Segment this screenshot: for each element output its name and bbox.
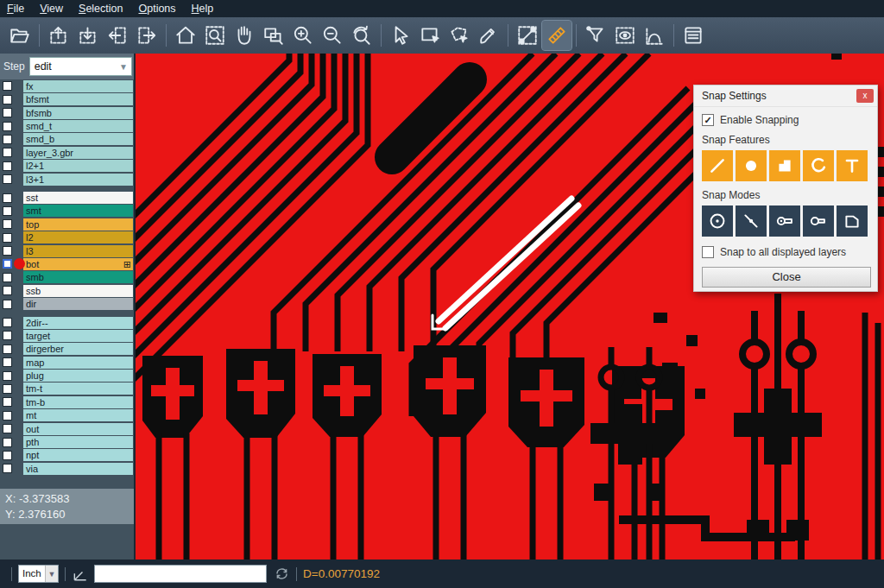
layer-visibility-checkbox[interactable] — [3, 122, 12, 131]
layer-visibility-checkbox[interactable] — [3, 246, 12, 256]
snap-midpoint-icon[interactable] — [736, 205, 767, 237]
layer-name[interactable]: npt — [23, 449, 133, 461]
menu-view[interactable]: View — [40, 3, 63, 15]
zoom-window-icon[interactable] — [200, 21, 230, 50]
layer-visibility-checkbox-selected[interactable] — [3, 259, 12, 269]
snap-surface-icon[interactable] — [769, 150, 800, 181]
layer-row[interactable]: map — [0, 356, 134, 369]
layer-name[interactable]: bot⊞ — [23, 258, 133, 270]
layer-row[interactable]: smb — [0, 271, 134, 284]
layer-visibility-checkbox[interactable] — [3, 206, 12, 216]
layer-visibility-checkbox[interactable] — [3, 438, 12, 447]
layer-visibility-checkbox[interactable] — [3, 411, 12, 420]
layer-name[interactable]: l3+1 — [23, 174, 133, 186]
close-icon[interactable]: x — [856, 89, 874, 103]
layer-name[interactable]: via — [23, 463, 133, 475]
layer-name[interactable]: 2dir-- — [23, 317, 133, 329]
layer-row[interactable]: via — [0, 462, 134, 475]
layer-visibility-checkbox[interactable] — [3, 148, 12, 157]
zoom-in-icon[interactable] — [288, 21, 318, 50]
layer-row[interactable]: fx — [0, 79, 134, 92]
layer-visibility-checkbox[interactable] — [3, 331, 12, 340]
layer-name[interactable]: smt — [23, 205, 133, 217]
layer-name[interactable]: smd_t — [23, 120, 133, 132]
view-region-icon[interactable] — [610, 21, 640, 50]
pan-hand-icon[interactable] — [230, 21, 259, 50]
measure-input[interactable] — [94, 565, 267, 583]
layer-row[interactable]: sst — [0, 192, 134, 205]
grid-icon[interactable]: ⊞ — [123, 258, 131, 270]
layer-row[interactable]: pth — [0, 436, 134, 449]
menu-options[interactable]: Options — [138, 3, 175, 15]
measure-arc-icon[interactable] — [640, 21, 669, 50]
layer-name[interactable]: ssb — [23, 285, 133, 297]
dialog-titlebar[interactable]: Snap Settings x — [694, 85, 877, 107]
ruler-icon[interactable] — [542, 21, 571, 50]
layer-visibility-checkbox[interactable] — [3, 108, 12, 117]
step-select[interactable]: edit ▼ — [29, 57, 132, 76]
layer-name[interactable]: l3 — [23, 245, 133, 257]
layer-name[interactable]: out — [23, 423, 133, 435]
enable-snapping-checkbox[interactable]: ✓ — [702, 114, 714, 126]
snap-text-icon[interactable] — [837, 150, 868, 181]
layer-row[interactable]: ssb — [0, 284, 134, 297]
zoom-out-icon[interactable] — [318, 21, 347, 50]
zoom-reset-icon[interactable] — [347, 21, 376, 50]
layer-visibility-checkbox[interactable] — [3, 451, 12, 460]
layer-row[interactable]: plug — [0, 370, 134, 383]
layer-row[interactable]: smt — [0, 205, 134, 218]
layer-row[interactable]: l2 — [0, 231, 134, 244]
import-right-icon[interactable] — [132, 21, 161, 50]
layer-visibility-checkbox[interactable] — [3, 384, 12, 394]
layer-row[interactable]: bfsmt — [0, 93, 134, 106]
layer-row[interactable]: mt — [0, 409, 134, 422]
snap-round-pad-icon[interactable] — [736, 150, 767, 181]
layer-name[interactable]: tm-b — [23, 396, 133, 408]
layer-visibility-checkbox[interactable] — [3, 424, 12, 433]
area-select-icon[interactable] — [259, 21, 288, 50]
layer-row[interactable]: smd_b — [0, 133, 134, 146]
layer-name[interactable]: smd_b — [23, 133, 133, 145]
import-bottom-icon[interactable] — [73, 21, 103, 50]
snap-line-icon[interactable] — [702, 150, 733, 181]
chevron-down-icon[interactable]: ▼ — [45, 566, 58, 582]
clean-brush-icon[interactable] — [474, 21, 503, 50]
layer-visibility-checkbox[interactable] — [3, 371, 12, 381]
layer-row[interactable]: npt — [0, 449, 134, 462]
layer-row[interactable]: l3 — [0, 244, 134, 257]
menu-selection[interactable]: Selection — [79, 3, 123, 15]
all-layers-row[interactable]: Snap to all displayed layers — [702, 246, 869, 258]
layer-row[interactable]: 2dir-- — [0, 316, 134, 329]
layer-visibility-checkbox[interactable] — [3, 233, 12, 243]
enable-snapping-row[interactable]: ✓ Enable Snapping — [702, 114, 869, 126]
report-icon[interactable] — [679, 21, 708, 50]
layer-visibility-checkbox[interactable] — [3, 81, 12, 91]
unit-select[interactable]: Inch ▼ — [18, 565, 59, 583]
layer-row[interactable]: target — [0, 329, 134, 342]
layer-visibility-checkbox[interactable] — [3, 357, 12, 367]
layer-visibility-checkbox[interactable] — [3, 135, 12, 144]
layer-visibility-checkbox[interactable] — [3, 300, 12, 309]
layer-name[interactable]: tm-t — [23, 383, 133, 395]
menu-help[interactable]: Help — [192, 3, 214, 15]
layer-row[interactable]: l2+1 — [0, 160, 134, 173]
layer-row[interactable]: top — [0, 218, 134, 231]
layer-row[interactable]: smd_t — [0, 120, 134, 133]
import-left-icon[interactable] — [103, 21, 132, 50]
layer-visibility-checkbox[interactable] — [3, 219, 12, 229]
filter-icon[interactable] — [581, 21, 610, 50]
close-button[interactable]: Close — [702, 267, 871, 288]
layer-visibility-checkbox[interactable] — [3, 273, 12, 282]
home-view-icon[interactable] — [171, 21, 200, 50]
layer-name[interactable]: l2 — [23, 231, 133, 243]
layer-name[interactable]: top — [23, 218, 133, 231]
sync-icon[interactable] — [274, 566, 290, 582]
layer-name[interactable]: map — [23, 357, 133, 369]
layer-visibility-checkbox[interactable] — [3, 174, 12, 184]
layer-visibility-checkbox[interactable] — [3, 286, 12, 295]
rect-select-icon[interactable] — [415, 21, 445, 50]
open-folder-icon[interactable] — [5, 21, 35, 50]
layer-row[interactable]: tm-b — [0, 395, 134, 408]
layer-name[interactable]: smb — [23, 271, 133, 283]
pcb-canvas[interactable]: Snap Settings x ✓ Enable Snapping Snap F… — [136, 54, 884, 560]
